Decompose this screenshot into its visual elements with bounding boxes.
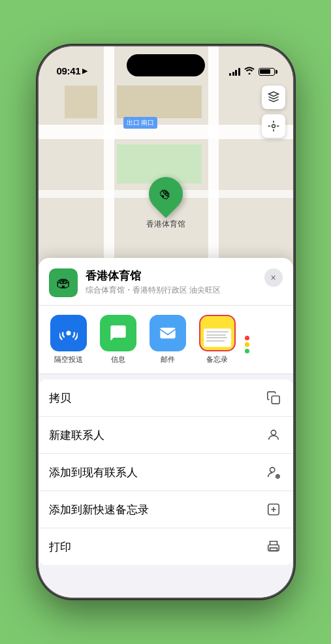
message-icon <box>100 315 136 351</box>
svg-rect-3 <box>160 328 175 338</box>
action-add-quick-note[interactable]: 添加到新快速备忘录 <box>39 491 293 528</box>
pin-circle: 🏟 <box>142 170 190 218</box>
print-icon <box>264 538 283 556</box>
phone-screen: 09:41 ▶ <box>39 46 293 598</box>
svg-rect-4 <box>272 396 279 404</box>
airdrop-icon <box>50 315 87 351</box>
airdrop-label: 隔空投送 <box>54 355 83 364</box>
share-item-mail[interactable]: 邮件 <box>146 315 190 364</box>
share-item-airdrop[interactable]: 隔空投送 <box>46 315 91 364</box>
battery-fill <box>260 69 270 74</box>
svg-point-2 <box>66 331 71 336</box>
map-layers-button[interactable] <box>262 86 285 109</box>
map-exit-label: 出口 南口 <box>123 117 158 129</box>
pin-label: 香港体育馆 <box>146 219 185 230</box>
action-print[interactable]: 打印 <box>39 528 293 565</box>
pin-inner: 🏟 <box>154 182 178 206</box>
status-icons <box>229 67 275 76</box>
notes-icon <box>199 315 236 351</box>
svg-point-6 <box>270 468 274 472</box>
venue-close-button[interactable]: × <box>264 268 283 287</box>
dot-yellow <box>245 342 249 347</box>
exit-prefix: 出口 <box>127 119 142 126</box>
road-horizontal-1 <box>39 125 293 139</box>
copy-label: 拷贝 <box>49 391 71 406</box>
message-label: 信息 <box>111 355 125 364</box>
mail-icon <box>150 315 186 351</box>
print-label: 打印 <box>49 539 71 555</box>
share-item-notes[interactable]: 备忘录 <box>195 315 240 364</box>
new-contact-icon <box>264 426 283 444</box>
map-pin: 🏟 香港体育馆 <box>146 177 185 230</box>
map-location-button[interactable] <box>262 114 285 138</box>
bottom-sheet: 🏟 香港体育馆 综合体育馆・香港特别行政区 油尖旺区 × <box>39 258 293 598</box>
dot-red <box>245 336 249 340</box>
signal-bar-4 <box>238 68 240 76</box>
action-new-contact[interactable]: 新建联系人 <box>39 417 293 454</box>
action-add-existing-contact[interactable]: 添加到现有联系人 <box>39 454 293 491</box>
wifi-icon <box>244 67 255 76</box>
new-contact-label: 新建联系人 <box>49 428 104 443</box>
action-list: 拷贝 新建联系人 <box>39 379 293 565</box>
map-block-1 <box>117 86 202 118</box>
signal-bars <box>229 68 240 76</box>
signal-bar-3 <box>235 70 237 76</box>
venue-icon: 🏟 <box>49 268 78 297</box>
svg-marker-0 <box>268 92 278 97</box>
svg-point-1 <box>272 125 275 128</box>
notes-label: 备忘录 <box>206 355 228 364</box>
pin-stadium-icon: 🏟 <box>157 185 174 202</box>
add-contact-icon <box>264 463 283 481</box>
quick-note-icon <box>264 500 283 519</box>
venue-header: 🏟 香港体育馆 综合体育馆・香港特别行政区 油尖旺区 × <box>39 258 293 306</box>
quick-note-label: 添加到新快速备忘录 <box>49 502 149 517</box>
status-time: 09:41 <box>57 65 81 76</box>
share-row: 隔空投送 信息 <box>39 306 293 374</box>
copy-icon <box>264 389 283 407</box>
share-item-message[interactable]: 信息 <box>96 315 140 364</box>
add-existing-label: 添加到现有联系人 <box>49 465 138 480</box>
venue-info: 香港体育馆 综合体育馆・香港特别行政区 油尖旺区 <box>86 268 257 296</box>
signal-bar-1 <box>229 73 231 76</box>
location-icon: ▶ <box>82 67 87 75</box>
action-copy[interactable]: 拷贝 <box>39 379 293 417</box>
more-apps-dots[interactable] <box>245 315 249 364</box>
dynamic-island <box>127 54 205 76</box>
venue-name: 香港体育馆 <box>86 268 257 283</box>
mail-label: 邮件 <box>161 355 175 364</box>
dot-green <box>245 349 249 353</box>
svg-point-5 <box>271 430 276 435</box>
battery-icon <box>259 68 275 76</box>
phone-frame: 09:41 ▶ <box>39 46 293 598</box>
signal-bar-2 <box>232 72 234 76</box>
venue-description: 综合体育馆・香港特别行政区 油尖旺区 <box>86 285 257 296</box>
map-block-3 <box>65 86 97 118</box>
